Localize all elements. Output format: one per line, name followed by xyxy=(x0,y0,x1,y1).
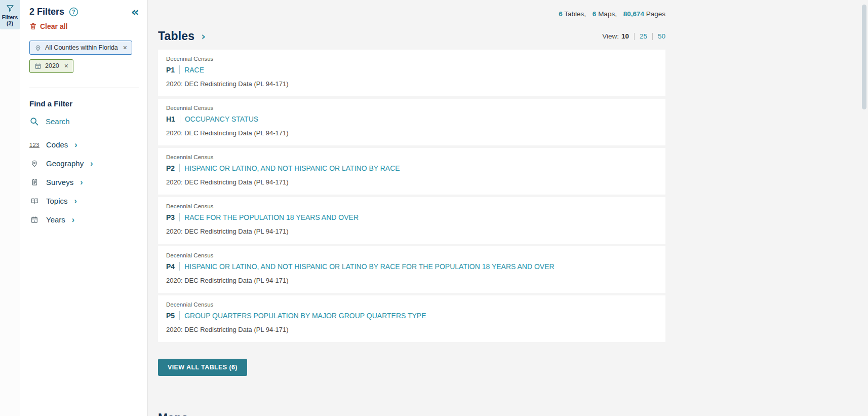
filter-chip-year: 1 2020 × xyxy=(29,59,73,73)
tables-count-link[interactable]: 6 Tables, xyxy=(559,10,586,18)
view-option-25[interactable]: 25 xyxy=(640,32,647,40)
separator xyxy=(180,115,180,123)
remove-filter-icon[interactable]: × xyxy=(123,44,127,51)
codes-123-icon: 123 xyxy=(29,142,40,148)
table-row: Decennial Census H1 OCCUPANCY STATUS 202… xyxy=(158,99,665,145)
clipboard-icon xyxy=(29,178,40,186)
table-survey-label: Decennial Census xyxy=(166,154,657,160)
table-id-link[interactable]: P1 xyxy=(166,66,175,74)
results-main: 6 Tables, 6 Maps, 80,674 Pages Tables › … xyxy=(148,0,868,416)
view-separator xyxy=(652,33,653,40)
collapse-sidebar-icon[interactable]: « xyxy=(131,8,139,17)
filter-category-nav: 123 Codes › Geography › Surveys › xyxy=(29,140,139,224)
sidebar-item-label: Topics xyxy=(46,197,68,205)
table-row: Decennial Census P2 HISPANIC OR LATINO, … xyxy=(158,148,665,195)
separator xyxy=(179,164,180,172)
separator xyxy=(179,65,180,74)
table-title-link[interactable]: OCCUPANCY STATUS xyxy=(185,115,258,123)
tables-section-header: Tables › View: 10 25 50 xyxy=(158,29,665,43)
separator xyxy=(179,213,180,221)
svg-text:1: 1 xyxy=(33,219,35,222)
location-pin-icon xyxy=(34,44,42,51)
tables-section-title: Tables xyxy=(158,29,194,43)
filters-count-title: 2 Filters xyxy=(29,7,64,17)
separator xyxy=(179,262,180,271)
table-title-link[interactable]: HISPANIC OR LATINO, AND NOT HISPANIC OR … xyxy=(184,164,400,172)
trash-icon xyxy=(29,22,37,30)
table-row: Decennial Census P3 RACE FOR THE POPULAT… xyxy=(158,197,665,244)
table-id-link[interactable]: P4 xyxy=(166,262,175,271)
maps-section-header: Maps › xyxy=(158,411,665,416)
active-filter-chips: All Counties within Florida × 1 2020 × xyxy=(29,41,139,77)
table-dataset-label: 2020: DEC Redistricting Data (PL 94-171) xyxy=(166,277,657,284)
sidebar-item-surveys[interactable]: Surveys › xyxy=(29,178,139,186)
svg-text:?: ? xyxy=(72,9,75,15)
sidebar-item-label: Geography xyxy=(46,159,84,168)
filters-tab-label: Filters xyxy=(1,14,19,20)
table-id-link[interactable]: P2 xyxy=(166,164,175,172)
table-row: Decennial Census P4 HISPANIC OR LATINO, … xyxy=(158,246,665,293)
table-title-link[interactable]: RACE FOR THE POPULATION 18 YEARS AND OVE… xyxy=(184,213,359,221)
view-page-size-controls: View: 10 25 50 xyxy=(602,32,665,40)
sidebar-item-label: Codes xyxy=(46,140,68,149)
filter-search-button[interactable]: Search xyxy=(29,117,139,127)
view-label: View: xyxy=(602,32,619,40)
filters-tab-count: (2) xyxy=(1,20,19,26)
filter-rail: Filters (2) xyxy=(0,0,20,416)
scrollbar-track[interactable] xyxy=(860,0,868,416)
table-row: Decennial Census P1 RACE 2020: DEC Redis… xyxy=(158,50,665,96)
pages-count-link[interactable]: 80,674 Pages xyxy=(623,10,665,18)
view-separator xyxy=(634,33,635,40)
table-dataset-label: 2020: DEC Redistricting Data (PL 94-171) xyxy=(166,178,657,186)
chevron-right-icon: › xyxy=(74,141,77,149)
table-survey-label: Decennial Census xyxy=(166,105,657,111)
view-all-tables-button[interactable]: VIEW ALL TABLES (6) xyxy=(158,359,247,376)
filter-chip-geography: All Counties within Florida × xyxy=(29,41,132,54)
location-pin-icon xyxy=(29,159,40,168)
scrollbar-thumb[interactable] xyxy=(862,5,866,109)
table-dataset-label: 2020: DEC Redistricting Data (PL 94-171) xyxy=(166,129,657,137)
table-id-link[interactable]: P3 xyxy=(166,213,175,221)
table-survey-label: Decennial Census xyxy=(166,252,657,258)
help-icon[interactable]: ? xyxy=(69,7,78,17)
sidebar-item-geography[interactable]: Geography › xyxy=(29,159,139,168)
search-label: Search xyxy=(46,117,70,126)
filter-chip-label: 2020 xyxy=(45,62,59,69)
view-option-10[interactable]: 10 xyxy=(621,32,629,40)
table-survey-label: Decennial Census xyxy=(166,203,657,209)
clear-all-label: Clear all xyxy=(40,22,67,30)
filter-chip-label: All Counties within Florida xyxy=(45,44,118,51)
calendar-icon: 1 xyxy=(34,62,42,70)
sidebar-item-topics[interactable]: Topics › xyxy=(29,197,139,205)
table-dataset-label: 2020: DEC Redistricting Data (PL 94-171) xyxy=(166,80,657,88)
calendar-icon: 1 xyxy=(29,215,40,224)
table-survey-label: Decennial Census xyxy=(166,301,657,308)
svg-text:1: 1 xyxy=(37,66,39,68)
filters-tab[interactable]: Filters (2) xyxy=(0,0,20,29)
table-id-link[interactable]: H1 xyxy=(166,115,175,123)
table-dataset-label: 2020: DEC Redistricting Data (PL 94-171) xyxy=(166,326,657,333)
sidebar-divider xyxy=(29,88,139,88)
sidebar-header: 2 Filters ? « xyxy=(29,7,139,17)
sidebar-item-codes[interactable]: 123 Codes › xyxy=(29,140,139,149)
tables-result-list: Decennial Census P1 RACE 2020: DEC Redis… xyxy=(158,50,665,342)
remove-filter-icon[interactable]: × xyxy=(64,62,68,69)
table-dataset-label: 2020: DEC Redistricting Data (PL 94-171) xyxy=(166,228,657,235)
table-survey-label: Decennial Census xyxy=(166,56,657,62)
book-icon xyxy=(29,197,40,205)
app-root: Filters (2) 2 Filters ? « Clear all All … xyxy=(0,0,868,416)
maps-count-link[interactable]: 6 Maps, xyxy=(593,10,617,18)
table-title-link[interactable]: GROUP QUARTERS POPULATION BY MAJOR GROUP… xyxy=(184,312,426,320)
table-id-link[interactable]: P5 xyxy=(166,312,175,320)
table-title-link[interactable]: RACE xyxy=(184,66,204,74)
chevron-right-icon: › xyxy=(80,178,83,186)
find-a-filter-title: Find a Filter xyxy=(29,99,139,108)
table-title-link[interactable]: HISPANIC OR LATINO, AND NOT HISPANIC OR … xyxy=(184,262,555,271)
maps-section-chevron-icon[interactable]: › xyxy=(195,412,200,416)
sidebar-item-years[interactable]: 1 Years › xyxy=(29,215,139,224)
tables-section-chevron-icon[interactable]: › xyxy=(201,30,206,43)
clear-all-button[interactable]: Clear all xyxy=(29,22,139,30)
filters-sidebar: 2 Filters ? « Clear all All Counties wit… xyxy=(20,0,148,416)
chevron-right-icon: › xyxy=(90,160,93,168)
view-option-50[interactable]: 50 xyxy=(658,32,665,40)
